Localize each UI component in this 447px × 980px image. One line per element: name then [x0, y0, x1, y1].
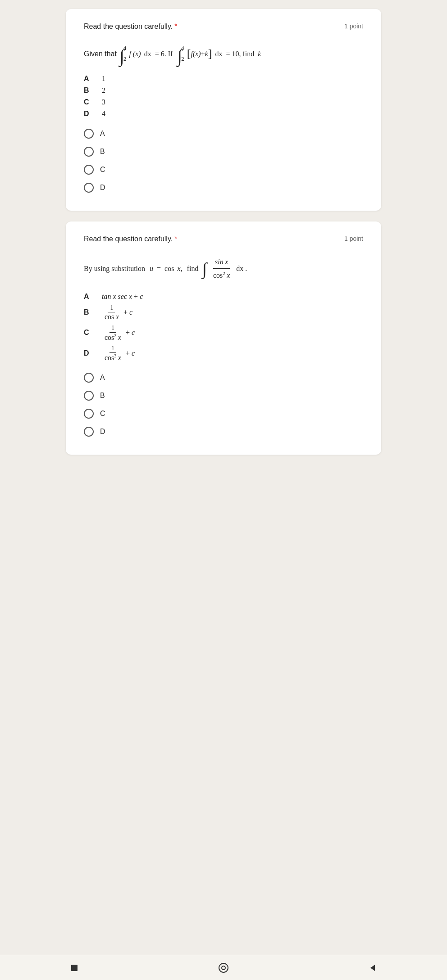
fx-in-bracket2: (x) — [193, 48, 201, 60]
given-that-text: Given that — [84, 48, 117, 60]
letter-D1: D — [84, 110, 93, 118]
option-label-C1: C — [100, 166, 105, 174]
svg-rect-0 — [71, 965, 78, 971]
c-A: c — [140, 293, 143, 300]
upper-limit-1: 4 — [123, 43, 127, 53]
x-d: x — [118, 354, 121, 361]
x-var2: x, — [176, 262, 182, 275]
equals-10-find-k: = 10, find — [226, 48, 254, 60]
value-D2: 1 cos3 x + c — [102, 345, 135, 362]
cos-c: cos — [105, 333, 114, 341]
option-label-C2: C — [100, 410, 105, 418]
plus-c-D: + — [126, 349, 130, 357]
value-B1: 2 — [102, 86, 105, 95]
fraction-1-cos3x: 1 cos3 x — [103, 345, 123, 362]
letter-A2: A — [84, 293, 93, 301]
cos-cube-d: 3 — [114, 353, 116, 358]
option-label-D1: D — [100, 184, 105, 192]
question-body-1: Given that ∫ 4 2 f(x) dx = 6. If ∫ 4 2 — [84, 43, 363, 64]
radio-D2[interactable] — [84, 427, 94, 437]
numerator-sinx: sin x — [213, 256, 230, 269]
radio-D1[interactable] — [84, 183, 94, 193]
letter-B2: B — [84, 308, 93, 316]
cos-sq-c: 2 — [114, 333, 116, 338]
value-C1: 3 — [102, 98, 105, 106]
x-sin: x — [225, 258, 228, 266]
radio-C2[interactable] — [84, 409, 94, 419]
plus-c-C: + — [126, 329, 130, 337]
radio-B1[interactable] — [84, 147, 94, 157]
sin-text: sin — [215, 258, 224, 266]
fraction-1-cos2x: 1 cos2 x — [103, 325, 123, 342]
by-using-text: By using substitution — [84, 262, 145, 275]
radio-C1[interactable] — [84, 165, 94, 175]
answer-row-A1: A 1 — [84, 75, 363, 83]
circle-icon — [218, 962, 229, 973]
left-bracket: [ — [187, 48, 191, 59]
integrand-1b: (x) — [133, 48, 141, 60]
integral-symbol-3: ∫ — [202, 262, 206, 276]
den-cos3x-d: cos3 x — [103, 353, 123, 362]
value-B2: 1 cos x + c — [102, 304, 132, 321]
letter-C2: C — [84, 329, 93, 337]
back-button[interactable] — [367, 962, 378, 973]
home-button[interactable] — [69, 962, 80, 973]
x-c: x — [118, 333, 121, 341]
option-row-D2[interactable]: D — [84, 427, 363, 437]
plus-c-A: + — [134, 293, 140, 300]
home-circle-button[interactable] — [218, 962, 229, 973]
cos-squared-sup: 2 — [223, 271, 225, 276]
option-label-A2: A — [100, 374, 105, 382]
math-expression-1: Given that ∫ 4 2 f(x) dx = 6. If ∫ 4 2 — [84, 43, 363, 64]
points-1: 1 point — [344, 23, 363, 30]
integral-limits-1: 4 2 — [123, 43, 127, 64]
option-row-C1[interactable]: C — [84, 165, 363, 175]
math-expression-2: By using substitution u = cos x, find ∫ … — [84, 256, 363, 281]
fraction-1-cosx: 1 cos x — [103, 304, 121, 321]
answer-row-C2: C 1 cos2 x + c — [84, 325, 363, 342]
num-1-b: 1 — [108, 304, 115, 312]
x-tan: x — [113, 293, 116, 300]
svg-point-1 — [219, 963, 228, 972]
option-row-D1[interactable]: D — [84, 183, 363, 193]
question-card-2: Read the question carefully.* 1 point By… — [66, 221, 381, 455]
question-card-1: Read the question carefully.* 1 point Gi… — [66, 9, 381, 211]
value-D1: 4 — [102, 110, 105, 118]
value-A2: tan x sec x + c — [102, 293, 143, 301]
right-bracket: ] — [208, 48, 212, 59]
home-icon — [69, 963, 79, 973]
radio-B2[interactable] — [84, 391, 94, 401]
radio-A2[interactable] — [84, 373, 94, 383]
integrand-1: f — [129, 48, 131, 60]
question-instruction-1: Read the question carefully.* — [84, 23, 177, 31]
card-header-1: Read the question carefully.* 1 point — [84, 23, 363, 31]
option-label-B1: B — [100, 148, 105, 156]
letter-B1: B — [84, 86, 93, 95]
fraction-sinx-cos2x: sin x cos2 x — [211, 256, 232, 281]
x-b: x — [116, 313, 119, 321]
integral-2: ∫ 4 2 — [177, 43, 184, 64]
option-row-C2[interactable]: C — [84, 409, 363, 419]
option-row-B1[interactable]: B — [84, 147, 363, 157]
question-instruction-2: Read the question carefully.* — [84, 235, 177, 243]
answers-table-2: A tan x sec x + c B 1 cos x — [84, 293, 363, 362]
option-row-A1[interactable]: A — [84, 129, 363, 139]
value-C2: 1 cos2 x + c — [102, 325, 135, 342]
frac-b2: 1 cos x + c — [102, 304, 132, 321]
plus-k: + — [201, 48, 205, 60]
radio-A1[interactable] — [84, 129, 94, 139]
lower-limit-1: 2 — [123, 54, 127, 64]
den-cos2x-c: cos2 x — [103, 333, 123, 342]
num-1-d: 1 — [109, 345, 116, 353]
upper-limit-2: 4 — [181, 43, 184, 53]
lower-limit-2: 2 — [181, 54, 184, 64]
svg-marker-3 — [370, 965, 375, 971]
letter-A1: A — [84, 75, 93, 83]
equals-cosx: = — [157, 262, 161, 275]
option-label-D2: D — [100, 428, 105, 436]
option-row-B2[interactable]: B — [84, 391, 363, 401]
k-var: k — [205, 48, 208, 60]
option-row-A2[interactable]: A — [84, 373, 363, 383]
cos-d: cos — [105, 354, 114, 361]
num-1-c: 1 — [109, 325, 116, 333]
